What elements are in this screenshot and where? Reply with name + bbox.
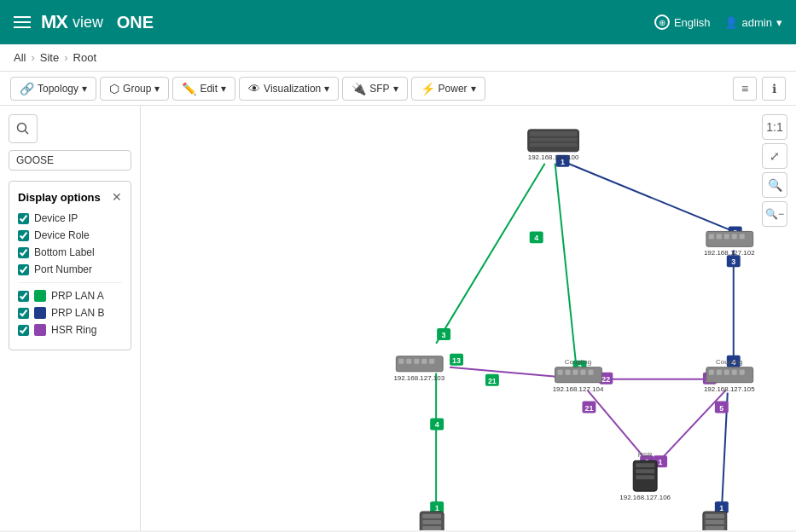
display-panel-header: Display options ✕ (18, 190, 122, 204)
svg-rect-49 (530, 131, 578, 136)
legend-hsr-ring-check[interactable] (18, 325, 29, 336)
divider (18, 282, 122, 283)
legend-hsr-ring[interactable]: HSR Ring (18, 324, 122, 336)
checkbox-port-number-input[interactable] (18, 264, 29, 275)
logo-view: view (73, 14, 103, 32)
group-button[interactable]: ⬡ Group ▾ (100, 77, 169, 101)
legend-prp-lan-b-color (34, 307, 46, 319)
checkbox-bottom-label-label: Bottom Label (34, 246, 95, 258)
legend-prp-lan-b-check[interactable] (18, 308, 29, 319)
edit-icon: ✏️ (182, 82, 196, 95)
visualization-icon: 👁 (248, 82, 260, 95)
zoom-expand-icon: ⤢ (770, 149, 780, 163)
svg-text:MMS: MMS (424, 529, 436, 530)
search-button[interactable] (9, 114, 38, 143)
visualization-chevron: ▾ (324, 83, 329, 95)
svg-rect-70 (573, 370, 578, 375)
breadcrumb-all[interactable]: All (14, 51, 26, 64)
svg-rect-56 (724, 234, 729, 239)
topology-label: Topology (38, 83, 78, 95)
group-chevron: ▾ (154, 83, 160, 95)
breadcrumb-sep-1: › (31, 51, 34, 64)
sfp-button[interactable]: 🔌 SFP ▾ (342, 77, 407, 101)
power-icon: ⚡ (421, 82, 435, 95)
svg-rect-55 (717, 234, 722, 239)
svg-rect-76 (709, 370, 714, 375)
visualization-button[interactable]: 👁 Visualization ▾ (239, 77, 339, 101)
breadcrumb-sep-2: › (64, 51, 67, 64)
svg-rect-80 (740, 370, 745, 375)
node-n2[interactable]: 192.168.127.102 (704, 231, 755, 257)
svg-line-1 (26, 131, 29, 135)
legend-hsr-ring-label: HSR Ring (51, 324, 96, 336)
zoom-in-button[interactable]: 🔍 (762, 172, 787, 198)
svg-line-9 (587, 390, 647, 461)
node-n8[interactable]: MMS 192.168.127.3 (693, 512, 736, 530)
main-area: GOOSE Display options ✕ Device IP Device… (0, 106, 796, 530)
node-n6[interactable]: 192.168.127.105 Coupling (704, 358, 755, 393)
svg-rect-72 (588, 370, 593, 375)
svg-text:4: 4 (435, 420, 439, 429)
node-n3[interactable]: MMS 192.168.127.1 (410, 512, 454, 530)
breadcrumb-root[interactable]: Root (73, 51, 96, 64)
svg-text:5: 5 (719, 404, 723, 413)
display-panel-close[interactable]: ✕ (112, 190, 122, 204)
legend-prp-lan-b[interactable]: PRP LAN B (18, 307, 122, 319)
svg-rect-53 (706, 231, 753, 246)
user-menu[interactable]: 👤 admin ▾ (724, 16, 782, 29)
language-selector[interactable]: ⊕ English (654, 14, 711, 30)
edit-button[interactable]: ✏️ Edit ▾ (172, 77, 235, 101)
network-canvas[interactable]: 1 8 4 3 3 4 1 13 21 3 (141, 106, 796, 530)
checkbox-device-ip[interactable]: Device IP (18, 212, 122, 224)
svg-rect-54 (709, 234, 714, 239)
header-right: ⊕ English 👤 admin ▾ (654, 14, 782, 30)
svg-rect-60 (396, 356, 443, 372)
edit-label: Edit (200, 83, 218, 95)
breadcrumb: All › Site › Root (0, 44, 796, 72)
goose-label: GOOSE (16, 154, 54, 166)
node-n1[interactable]: 192.168.127.100 (528, 130, 579, 161)
svg-text:21: 21 (584, 404, 593, 413)
globe-icon: ⊕ (654, 14, 670, 30)
svg-rect-61 (398, 359, 404, 364)
svg-rect-86 (636, 475, 654, 479)
info-button[interactable]: ℹ (762, 77, 786, 101)
goose-tag[interactable]: GOOSE (9, 150, 131, 171)
display-options-panel: Display options ✕ Device IP Device Role … (9, 181, 131, 350)
toolbar-right: ≡ ℹ (733, 77, 786, 101)
toolbar-left: 🔗 Topology ▾ ⬡ Group ▾ ✏️ Edit ▾ 👁 Visua… (10, 77, 485, 101)
svg-text:4: 4 (534, 234, 538, 242)
svg-point-0 (18, 124, 26, 132)
checkbox-device-role-input[interactable] (18, 230, 29, 241)
node-n4[interactable]: 192.168.127.103 (393, 356, 444, 382)
zoom-out-button[interactable]: 🔍− (762, 201, 787, 227)
breadcrumb-site[interactable]: Site (40, 51, 59, 64)
svg-rect-77 (717, 370, 722, 375)
svg-text:22: 22 (601, 375, 610, 384)
power-chevron: ▾ (471, 83, 476, 95)
checkbox-bottom-label[interactable]: Bottom Label (18, 246, 122, 258)
checkbox-port-number[interactable]: Port Number (18, 263, 122, 275)
checkbox-bottom-label-input[interactable] (18, 247, 29, 258)
zoom-expand-button[interactable]: ⤢ (762, 143, 787, 169)
checkbox-device-role[interactable]: Device Role (18, 229, 122, 241)
svg-text:3: 3 (731, 257, 735, 266)
svg-line-3 (436, 164, 544, 344)
checkbox-device-role-label: Device Role (34, 229, 90, 241)
node-n5[interactable]: 192.168.127.104 Coupling (553, 358, 604, 393)
legend-prp-lan-a-label: PRP LAN A (51, 290, 104, 302)
zoom-fit-button[interactable]: 1:1 (762, 114, 787, 140)
checkbox-device-ip-input[interactable] (18, 213, 29, 224)
topology-button[interactable]: 🔗 Topology ▾ (10, 77, 96, 101)
svg-rect-97 (706, 520, 724, 524)
legend-prp-lan-b-label: PRP LAN B (51, 307, 104, 319)
search-icon (16, 122, 30, 136)
svg-line-2 (562, 161, 734, 232)
legend-prp-lan-a[interactable]: PRP LAN A (18, 290, 122, 302)
svg-line-4 (555, 164, 577, 367)
list-view-button[interactable]: ≡ (733, 77, 757, 101)
legend-prp-lan-a-check[interactable] (18, 291, 29, 302)
svg-text:1: 1 (659, 458, 663, 466)
hamburger-icon[interactable] (14, 16, 31, 28)
power-button[interactable]: ⚡ Power ▾ (411, 77, 485, 101)
